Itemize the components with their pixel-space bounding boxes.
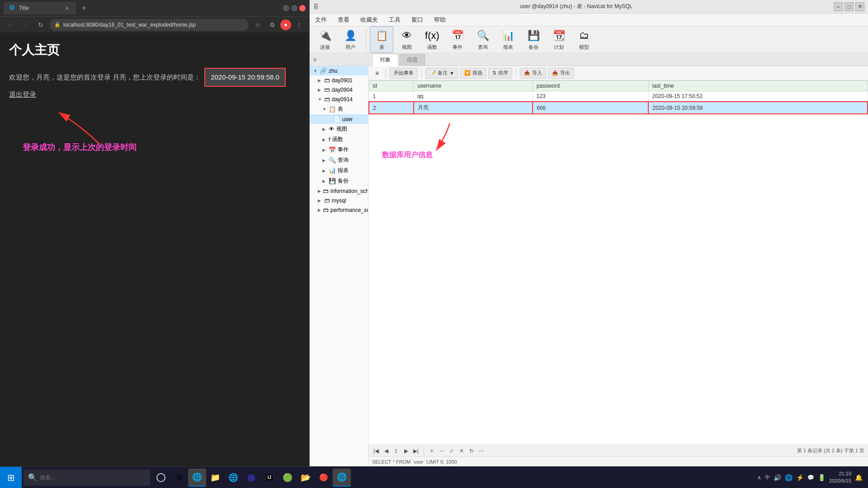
- menu-icon[interactable]: ⋮: [293, 19, 306, 31]
- menu-tools[interactable]: 工具: [387, 15, 402, 25]
- taskbar-clock[interactable]: 21:10 2020/9/15: [829, 470, 851, 484]
- export-btn[interactable]: 📤 导出: [548, 68, 574, 79]
- import-btn[interactable]: 📥 导入: [520, 68, 546, 79]
- toolbar-user[interactable]: 👤 用户: [339, 27, 362, 52]
- start-button[interactable]: ⊞: [0, 467, 22, 488]
- menu-favorites[interactable]: 收藏夹: [359, 15, 380, 25]
- taskbar-search[interactable]: 🔍: [24, 469, 150, 486]
- taskbar-chrome2[interactable]: 🌐: [333, 469, 351, 487]
- taskbar-app6[interactable]: 📂: [297, 469, 315, 487]
- col-password[interactable]: password: [533, 81, 648, 91]
- nav-checkmark[interactable]: ✓: [448, 447, 456, 455]
- tree-functions[interactable]: ▶ f 函数: [310, 134, 368, 145]
- toolbar-model[interactable]: 🗂 模型: [572, 27, 596, 52]
- task-view-button[interactable]: ⧉: [170, 469, 188, 487]
- tree-db-mysql[interactable]: ▶ 🗃 mysql: [310, 196, 368, 205]
- minimize-button[interactable]: [283, 5, 289, 11]
- nav-next[interactable]: ▶: [402, 447, 410, 455]
- tree-table-user[interactable]: 📄 user: [310, 114, 368, 124]
- taskbar-idea[interactable]: IJ: [260, 469, 278, 487]
- new-tab-button[interactable]: +: [78, 2, 90, 14]
- toolbar-table[interactable]: 📋 表: [370, 26, 393, 53]
- reports-label: 报表: [338, 167, 349, 174]
- tray-notification[interactable]: 🔔: [855, 474, 863, 481]
- nav-delete[interactable]: −: [438, 447, 446, 455]
- menu-help[interactable]: 帮助: [432, 15, 448, 25]
- extensions-icon[interactable]: ⚙: [266, 19, 278, 31]
- filter-btn[interactable]: 🔽 筛选: [460, 68, 486, 79]
- logout-link[interactable]: 退出登录: [9, 90, 36, 98]
- taskbar-tomcat[interactable]: 🔴: [315, 469, 333, 487]
- close-button[interactable]: [299, 5, 306, 11]
- tree-views[interactable]: ▶ 👁 视图: [310, 124, 368, 134]
- taskbar-explorer[interactable]: 📁: [206, 469, 224, 487]
- menu-file[interactable]: 文件: [313, 15, 329, 25]
- nav-last[interactable]: ▶|: [412, 447, 420, 455]
- tree-db-day0901[interactable]: ▶ 🗃 day0901: [310, 75, 368, 85]
- toolbar-view[interactable]: 👁 视图: [395, 27, 419, 52]
- table-row[interactable]: 1 qq 123 2020-09-15 17:50:52: [369, 91, 868, 102]
- nav-first[interactable]: |◀: [372, 447, 380, 455]
- toolbar-schedule[interactable]: 📆 计划: [547, 27, 571, 52]
- toolbar-function[interactable]: f(x) 函数: [420, 27, 444, 52]
- back-button[interactable]: ←: [4, 19, 16, 31]
- begin-transaction-btn[interactable]: 开始事务: [390, 68, 418, 79]
- taskbar-search-input[interactable]: [40, 474, 139, 481]
- bookmark-icon[interactable]: ☆: [251, 19, 264, 31]
- tree-db-day0904[interactable]: ▶ 🗃 day0904: [310, 85, 368, 94]
- navicat-close[interactable]: ✕: [855, 2, 864, 11]
- toolbar-report[interactable]: 📊 报表: [496, 27, 520, 52]
- nav-refresh[interactable]: ↻: [467, 447, 476, 455]
- col-username[interactable]: username: [414, 81, 533, 91]
- toolbar-query[interactable]: 🔍 查询: [471, 27, 495, 52]
- tree-db-perf-schema[interactable]: ▶ 🗃 performance_sche...: [310, 205, 368, 215]
- menu-window[interactable]: 窗口: [410, 15, 425, 25]
- navicat-tabs: 对象 信息: [368, 53, 868, 66]
- export-icon: 📤: [552, 70, 558, 76]
- navicat-sidebar: ≡ ▼ 🔗 zhu ▶ 🗃 day0901: [310, 53, 368, 466]
- toolbar-event[interactable]: 📅 事件: [446, 27, 469, 52]
- toolbar-connect[interactable]: 🔌 连接: [313, 27, 337, 52]
- tray-show-hidden[interactable]: ∧: [757, 474, 761, 481]
- taskbar-app5[interactable]: 🟢: [278, 469, 297, 487]
- tree-reports[interactable]: ▶ 📊 报表: [310, 165, 368, 176]
- toolbar-backup[interactable]: 💾 备份: [522, 27, 545, 52]
- notes-btn[interactable]: 📝 备注 ▼: [425, 68, 458, 79]
- tree-tables-folder[interactable]: ▼ 📋 表: [310, 104, 368, 114]
- taskbar-eclipse[interactable]: ⬤: [242, 469, 260, 487]
- menu-query[interactable]: 查看: [336, 15, 351, 25]
- taskbar-chrome[interactable]: 🌐: [188, 469, 206, 487]
- navicat-minimize[interactable]: ─: [834, 2, 843, 11]
- nav-add[interactable]: +: [428, 447, 436, 455]
- profile-icon[interactable]: ●: [280, 19, 291, 30]
- col-last-time[interactable]: last_time: [648, 81, 868, 91]
- table-row-highlighted[interactable]: 2 月亮 666 2020-09-15 20:59:58: [369, 102, 868, 114]
- cortana-button[interactable]: [152, 469, 170, 487]
- sysdb-name: information_schem...: [330, 188, 368, 194]
- nav-prev[interactable]: ◀: [382, 447, 390, 455]
- navicat-toolbar: 🔌 连接 👤 用户 📋 表 👁 视图 f(x) 函: [310, 26, 868, 53]
- browser-tab[interactable]: 🌐 Title ✕: [4, 2, 76, 14]
- tree-events[interactable]: ▶ 📅 事件: [310, 145, 368, 155]
- tab-info[interactable]: 信息: [399, 54, 425, 66]
- col-id[interactable]: id: [369, 81, 414, 91]
- tree-backup[interactable]: ▶ 💾 备份: [310, 176, 368, 186]
- tables-icon: 📋: [329, 106, 336, 113]
- tab-favicon: 🌐: [9, 5, 15, 11]
- address-bar[interactable]: 🔒 localhost:8080/day16_01_test_war_explo…: [50, 19, 249, 31]
- navicat-maximize[interactable]: □: [844, 2, 854, 11]
- maximize-button[interactable]: [291, 5, 297, 11]
- nav-cancel[interactable]: ✕: [458, 447, 466, 455]
- tree-queries[interactable]: ▶ 🔍 查询: [310, 155, 368, 165]
- close-tab-button[interactable]: ✕: [63, 5, 71, 12]
- reload-button[interactable]: ↻: [34, 19, 47, 31]
- tab-objects[interactable]: 对象: [372, 54, 398, 66]
- forward-button[interactable]: →: [19, 19, 32, 31]
- nav-more[interactable]: ⋯: [477, 447, 486, 455]
- tree-db-info-schema[interactable]: ▶ 🗃 information_schem...: [310, 186, 368, 196]
- hamburger-menu[interactable]: ≡: [372, 68, 382, 78]
- taskbar-ie[interactable]: 🌐: [224, 469, 242, 487]
- sort-btn[interactable]: ⇅ 排序: [488, 68, 512, 79]
- tree-connection[interactable]: ▼ 🔗 zhu: [310, 66, 368, 75]
- tree-db-day0914[interactable]: ▼ 🗃 day0914: [310, 94, 368, 104]
